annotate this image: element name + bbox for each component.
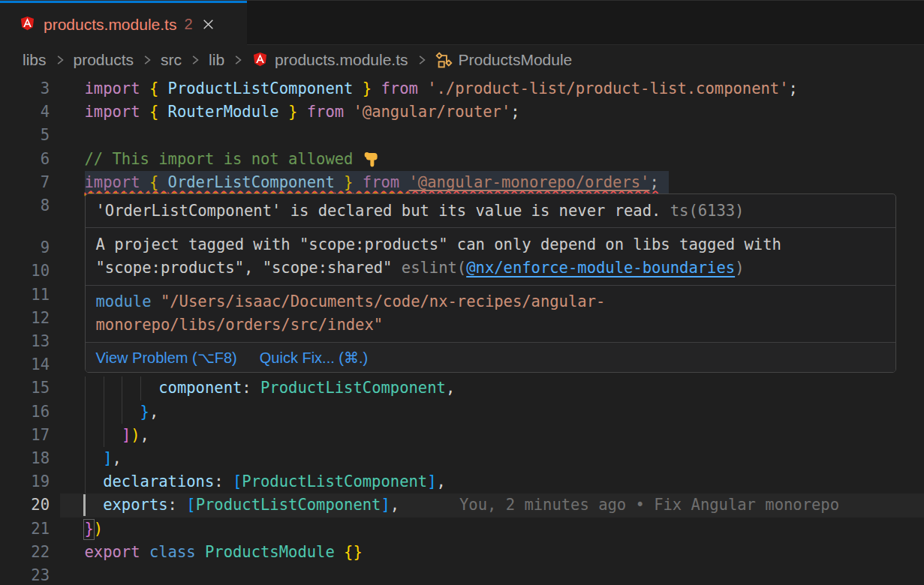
code-line-7: import { OrderListComponent } from '@ang… <box>85 171 659 194</box>
code-line-22: export class ProductsModule {} <box>85 541 363 564</box>
eslint-rule-link[interactable]: @nx/enforce-module-boundaries <box>466 259 735 277</box>
line-number-23: 23 <box>0 564 50 585</box>
line-number-7: 7 <box>0 171 50 194</box>
line-number-9: 9 <box>0 236 50 260</box>
code-line-4: import { RouterModule } from '@angular/r… <box>85 100 520 124</box>
angular-icon <box>19 16 36 33</box>
symbol-class-icon <box>435 52 453 69</box>
line-number-12: 12 <box>0 307 50 330</box>
breadcrumb-item-libs[interactable]: libs <box>23 51 47 69</box>
line-number-11: 11 <box>0 284 50 307</box>
code-line-16: }, <box>85 400 159 424</box>
tab-problems-badge: 2 <box>184 16 192 33</box>
close-icon[interactable] <box>202 18 215 31</box>
code-line-20: exports: [ProductListComponent], <box>85 494 400 517</box>
tab-title: products.module.ts <box>44 16 176 34</box>
line-number-20: 20 <box>0 494 50 517</box>
line-number-21: 21 <box>0 518 50 541</box>
breadcrumb-item-products.module.ts[interactable]: products.module.ts <box>251 51 408 69</box>
line-number-22: 22 <box>0 541 50 564</box>
breadcrumb-separator <box>54 54 66 66</box>
code-line-6: // This import is not allowed <box>85 148 380 171</box>
chevron-right-icon <box>54 54 66 66</box>
text-cursor <box>83 494 86 516</box>
tab-strip: products.module.ts 2 <box>0 0 924 45</box>
line-number-17: 17 <box>0 424 50 447</box>
line-number-14: 14 <box>0 353 50 376</box>
line-number-15: 15 <box>0 376 50 400</box>
tab-products-module[interactable]: products.module.ts 2 <box>0 1 247 46</box>
pointing-down-emoji <box>363 151 380 168</box>
chevron-right-icon <box>416 54 428 66</box>
line-number-6: 6 <box>0 148 50 171</box>
line-number-10: 10 <box>0 260 50 283</box>
breadcrumb-separator <box>141 54 153 66</box>
breadcrumb-item-ProductsModule[interactable]: ProductsModule <box>435 51 573 69</box>
hover-section: module "/Users/isaac/Documents/code/nx-r… <box>86 285 895 342</box>
hover-popup: 'OrderListComponent' is declared but its… <box>85 194 896 373</box>
line-number-3: 3 <box>0 77 50 100</box>
hover-status-bar: View Problem (⌥F8)Quick Fix... (⌘.) <box>86 342 895 372</box>
view-problem-action[interactable]: View Problem (⌥F8) <box>96 349 237 367</box>
hover-section: A project tagged with "scope:products" c… <box>86 227 895 284</box>
line-number-8: 8 <box>0 194 50 218</box>
bracket-match-box <box>83 519 95 540</box>
breadcrumb-item-lib[interactable]: lib <box>209 51 224 69</box>
line-number-13: 13 <box>0 330 50 353</box>
line-number-16: 16 <box>0 400 50 424</box>
line-number-4: 4 <box>0 100 50 124</box>
code-line-19: declarations: [ProductListComponent], <box>85 470 446 494</box>
line-number-19: 19 <box>0 470 50 494</box>
hover-section: 'OrderListComponent' is declared but its… <box>86 194 895 227</box>
code-line-3: import { ProductListComponent } from './… <box>85 77 798 100</box>
chevron-right-icon <box>232 54 244 66</box>
line-number-18: 18 <box>0 447 50 470</box>
git-blame-annotation: You, 2 minutes ago • Fix Angular monorep… <box>459 494 839 517</box>
chevron-right-icon <box>141 54 153 66</box>
quick-fix-action[interactable]: Quick Fix... (⌘.) <box>260 349 368 367</box>
breadcrumb: libsproductssrclibproducts.module.tsProd… <box>0 45 924 75</box>
chevron-right-icon <box>189 54 201 66</box>
breadcrumb-item-src[interactable]: src <box>161 51 182 69</box>
code-line-17: ]), <box>85 424 149 447</box>
code-line-15: component: ProductListComponent, <box>85 376 456 400</box>
angular-icon <box>251 52 269 69</box>
breadcrumb-item-products[interactable]: products <box>74 51 134 69</box>
code-line-18: ], <box>85 447 122 470</box>
line-number-5: 5 <box>0 124 50 147</box>
breadcrumb-separator <box>189 54 201 66</box>
breadcrumb-separator <box>232 54 244 66</box>
breadcrumb-separator <box>416 54 428 66</box>
